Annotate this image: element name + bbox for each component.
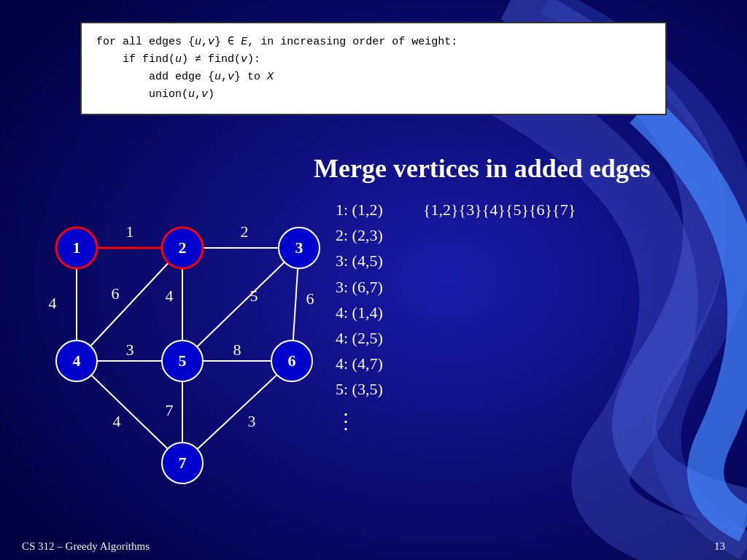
code-box: for all edges {u,v} ∈ E, in increasing o…: [80, 22, 667, 115]
ellipsis: ⋮: [336, 405, 576, 438]
edge-row-8: 5: (3,5): [336, 376, 576, 402]
code-line-3: add edge {u,v} to X: [96, 69, 651, 86]
edge-row-5: 4: (1,4): [336, 300, 576, 325]
code-line-4: union(u,v): [96, 86, 651, 104]
edge-weight-3-6: 6: [306, 289, 314, 308]
edge-weight-1-2: 1: [126, 222, 134, 241]
edge-weight-4-5: 3: [126, 341, 134, 359]
edge-step-5: 4: (1,4): [336, 300, 409, 325]
edge-weight-1-4: 4: [49, 294, 57, 312]
edge-weight-5-6: 8: [233, 341, 241, 359]
edge-row-4: 3: (6,7): [336, 274, 576, 300]
edge-weight-2-5: 4: [166, 287, 174, 305]
node-5-label: 5: [179, 351, 187, 370]
graph-svg: 1 2 4 6 4 5 6 3 8 4 7 3 1 2 3 4: [22, 168, 350, 503]
edges-list: 1: (1,2) {1,2}{3}{4}{5}{6}{7} 2: (2,3) 3…: [336, 197, 576, 438]
edge-row-2: 2: (2,3): [336, 222, 576, 248]
edge-set-1: {1,2}{3}{4}{5}{6}{7}: [423, 197, 576, 222]
code-line-1: for all edges {u,v} ∈ E, in increasing o…: [96, 34, 651, 51]
edge-step-6: 4: (2,5): [336, 325, 409, 351]
node-7-label: 7: [179, 454, 187, 472]
node-2-label: 2: [179, 238, 187, 257]
edge-weight-2-4: 6: [112, 284, 120, 303]
footer-page: 13: [714, 540, 725, 553]
edge-step-1: 1: (1,2): [336, 197, 409, 222]
node-6-label: 6: [288, 351, 296, 370]
edge-row-1: 1: (1,2) {1,2}{3}{4}{5}{6}{7}: [336, 197, 576, 222]
edge-step-3: 3: (4,5): [336, 248, 409, 273]
edge-weight-6-7: 3: [248, 412, 256, 430]
node-1-label: 1: [73, 238, 81, 257]
slide-heading: Merge vertices in added edges: [314, 153, 651, 184]
svg-line-11: [182, 361, 292, 463]
node-4-label: 4: [73, 351, 81, 370]
edge-weight-4-7: 4: [113, 412, 121, 430]
edge-weight-2-3: 2: [241, 222, 249, 241]
edge-weight-3-5: 5: [250, 287, 258, 305]
edge-step-7: 4: (4,7): [336, 351, 409, 376]
footer-title: CS 312 – Greedy Algorithms: [22, 540, 150, 553]
node-3-label: 3: [295, 238, 303, 257]
edge-step-2: 2: (2,3): [336, 222, 409, 248]
edge-step-4: 3: (6,7): [336, 274, 409, 300]
edge-row-3: 3: (4,5): [336, 248, 576, 273]
edge-row-6: 4: (2,5): [336, 325, 576, 351]
footer: CS 312 – Greedy Algorithms 13: [0, 540, 747, 553]
edge-row-7: 4: (4,7): [336, 351, 576, 376]
graph-area: 1 2 4 6 4 5 6 3 8 4 7 3 1 2 3 4: [22, 168, 350, 503]
code-line-2: if find(u) ≠ find(v):: [96, 51, 651, 69]
edge-step-8: 5: (3,5): [336, 376, 409, 402]
edge-weight-5-7: 7: [166, 401, 174, 419]
